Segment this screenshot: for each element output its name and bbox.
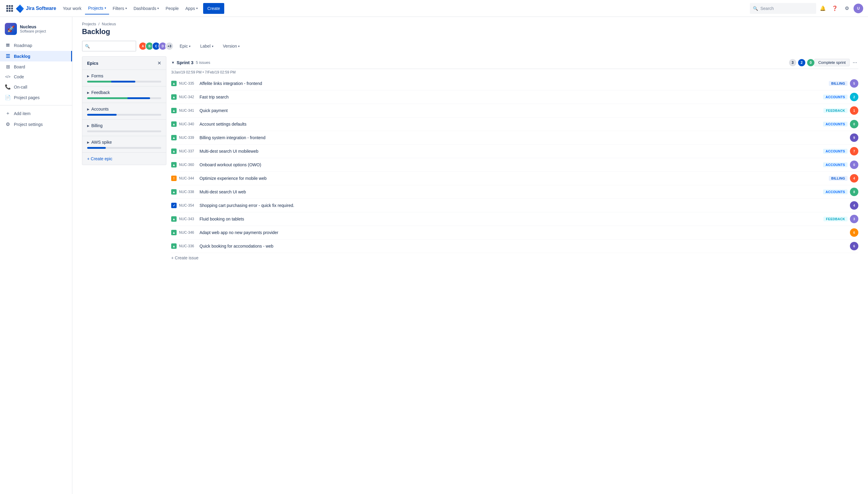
nav-dashboards[interactable]: Dashboards ▾ bbox=[130, 2, 162, 15]
sidebar-item-oncall[interactable]: 📞 On-call bbox=[0, 82, 72, 92]
version-filter-button[interactable]: Version ▾ bbox=[219, 41, 243, 52]
issue-avatar: 7 bbox=[850, 147, 858, 155]
grid-icon bbox=[6, 5, 13, 12]
issue-label: FEEDBACK bbox=[824, 216, 848, 222]
search-bar[interactable]: 🔍 bbox=[750, 3, 816, 14]
issue-avatar: 1 bbox=[850, 106, 858, 115]
issue-type-icon: ▲ bbox=[171, 135, 177, 140]
search-input[interactable] bbox=[760, 6, 813, 11]
issue-key: NUC-354 bbox=[179, 203, 197, 208]
chevron-right-icon: ▶ bbox=[87, 124, 90, 128]
roadmap-icon: 〓 bbox=[5, 42, 11, 49]
issue-row[interactable]: ▲ NUC-335 Affelite links integration - f… bbox=[171, 77, 858, 90]
epic-accounts: ▶ Accounts bbox=[82, 103, 166, 119]
breadcrumb-projects[interactable]: Projects bbox=[82, 22, 96, 26]
sprint-more-button[interactable]: ··· bbox=[851, 59, 858, 66]
issue-summary: Account settings defaults bbox=[200, 122, 821, 127]
breadcrumb-nucleus[interactable]: Nucleus bbox=[102, 22, 116, 26]
issue-key: NUC-343 bbox=[179, 217, 197, 221]
issue-row[interactable]: ▲ NUC-339 Billing system integration - f… bbox=[171, 131, 858, 145]
epics-close-button[interactable]: ✕ bbox=[157, 60, 161, 66]
issue-row[interactable]: ▲ NUC-341 Quick payment FEEDBACK 1 bbox=[171, 104, 858, 117]
nav-apps[interactable]: Apps ▾ bbox=[182, 2, 201, 15]
label-filter-button[interactable]: Label ▾ bbox=[197, 41, 217, 52]
issue-key: NUC-338 bbox=[179, 190, 197, 194]
issue-key: NUC-342 bbox=[179, 95, 197, 99]
search-icon: 🔍 bbox=[85, 44, 90, 49]
epics-title: Epics bbox=[87, 61, 98, 66]
backlog-search-input[interactable] bbox=[92, 44, 133, 49]
epic-feedback-row[interactable]: ▶ Feedback bbox=[87, 90, 161, 95]
issue-summary: Billing system integration - frontend bbox=[200, 135, 848, 140]
sprint-badges: 3 2 0 bbox=[789, 59, 814, 66]
issue-summary: Quick payment bbox=[200, 108, 821, 113]
avatar-extra[interactable]: +3 bbox=[165, 42, 173, 50]
sidebar-item-roadmap[interactable]: 〓 Roadmap bbox=[0, 40, 72, 51]
search-icon: 🔍 bbox=[753, 6, 758, 11]
issue-row[interactable]: ▲ NUC-337 Multi-dest search UI mobileweb… bbox=[171, 145, 858, 158]
issue-row[interactable]: ▲ NUC-346 Adapt web app no new payments … bbox=[171, 226, 858, 240]
sidebar-item-project-pages[interactable]: 📄 Project pages bbox=[0, 92, 72, 103]
issue-summary: Fluid booking on tablets bbox=[200, 216, 821, 222]
app-layout: 🚀 Nucleus Software project 〓 Roadmap ☰ B… bbox=[0, 17, 868, 494]
issue-type-icon: ▲ bbox=[171, 94, 177, 100]
issue-row[interactable]: ▲ NUC-340 Account settings defaults ACCO… bbox=[171, 117, 858, 131]
issue-summary: Quick booking for accomodations - web bbox=[200, 244, 848, 248]
sprint-chevron-icon[interactable]: ▼ bbox=[171, 60, 175, 65]
issue-avatar: 0 bbox=[850, 120, 858, 128]
chevron-down-icon: ▾ bbox=[196, 7, 198, 10]
notifications-button[interactable]: 🔔 bbox=[817, 3, 828, 14]
issue-avatar: 5 bbox=[850, 79, 858, 88]
sidebar-item-code[interactable]: </> Code bbox=[0, 72, 72, 82]
backlog-search[interactable]: 🔍 bbox=[82, 41, 136, 52]
epic-filter-button[interactable]: Epic ▾ bbox=[176, 41, 194, 52]
project-name: Nucleus bbox=[20, 24, 46, 30]
issue-summary: Multi-dest search UI mobileweb bbox=[200, 149, 821, 154]
oncall-icon: 📞 bbox=[5, 84, 11, 90]
logo[interactable]: Jira Software bbox=[16, 4, 56, 13]
topnav: Jira Software Your work Projects ▾ Filte… bbox=[0, 0, 868, 17]
issue-row[interactable]: ▲ NUC-338 Multi-dest search UI web ACCOU… bbox=[171, 185, 858, 199]
issue-row[interactable]: ! NUC-344 Optimize experience for mobile… bbox=[171, 172, 858, 185]
create-epic-button[interactable]: + Create epic bbox=[82, 153, 166, 165]
issue-type-icon: ▲ bbox=[171, 216, 177, 222]
nav-projects[interactable]: Projects ▾ bbox=[85, 2, 109, 15]
settings-button[interactable]: ⚙ bbox=[842, 3, 852, 14]
issue-row[interactable]: ▲ NUC-336 Quick booking for accomodation… bbox=[171, 240, 858, 253]
user-avatar[interactable]: U bbox=[853, 4, 863, 13]
issue-row[interactable]: ▲ NUC-343 Fluid booking on tablets FEEDB… bbox=[171, 212, 858, 226]
issue-summary: Onboard workout options (OWO) bbox=[200, 163, 821, 167]
issue-key: NUC-340 bbox=[179, 122, 197, 126]
issue-type-icon: ▲ bbox=[171, 149, 177, 154]
nav-your-work[interactable]: Your work bbox=[60, 2, 85, 15]
epic-forms-progress-bar bbox=[87, 81, 135, 82]
issue-avatar: 6 bbox=[850, 242, 858, 250]
create-button[interactable]: Create bbox=[203, 3, 224, 14]
chevron-down-icon: ▾ bbox=[189, 44, 190, 48]
issue-row[interactable]: ✓ NUC-354 Shopping cart purchasing error… bbox=[171, 199, 858, 212]
nav-people[interactable]: People bbox=[163, 2, 182, 15]
sidebar: 🚀 Nucleus Software project 〓 Roadmap ☰ B… bbox=[0, 17, 72, 494]
logo-text: Jira Software bbox=[26, 6, 56, 11]
sidebar-item-project-settings[interactable]: ⚙ Project settings bbox=[0, 119, 72, 130]
epic-billing-row[interactable]: ▶ Billing bbox=[87, 123, 161, 128]
main-nav: Your work Projects ▾ Filters ▾ Dashboard… bbox=[60, 2, 200, 15]
create-issue-button[interactable]: + Create issue bbox=[171, 253, 858, 263]
jira-logo-icon bbox=[16, 4, 24, 13]
epic-accounts-row[interactable]: ▶ Accounts bbox=[87, 107, 161, 111]
sidebar-item-backlog[interactable]: ☰ Backlog bbox=[0, 51, 72, 61]
sidebar-item-board[interactable]: ⊞ Board bbox=[0, 61, 72, 72]
epic-aws-row[interactable]: ▶ AWS spike bbox=[87, 140, 161, 145]
complete-sprint-button[interactable]: Complete sprint bbox=[814, 59, 850, 66]
nav-filters[interactable]: Filters ▾ bbox=[110, 2, 130, 15]
epic-forms-row[interactable]: ▶ Forms bbox=[87, 74, 161, 78]
issue-row[interactable]: ▲ NUC-342 Fast trip search ACCOUNTS 2 bbox=[171, 90, 858, 104]
issue-type-icon: ▲ bbox=[171, 108, 177, 113]
project-icon: 🚀 bbox=[5, 23, 17, 35]
issue-row[interactable]: ▲ NUC-360 Onboard workout options (OWO) … bbox=[171, 158, 858, 172]
epics-panel: Epics ✕ ▶ Forms ▶ bbox=[82, 56, 166, 165]
sidebar-item-add[interactable]: ＋ Add item bbox=[0, 108, 72, 119]
help-button[interactable]: ❓ bbox=[829, 3, 840, 14]
grid-menu-button[interactable] bbox=[5, 4, 15, 13]
issue-key: NUC-344 bbox=[179, 176, 197, 180]
